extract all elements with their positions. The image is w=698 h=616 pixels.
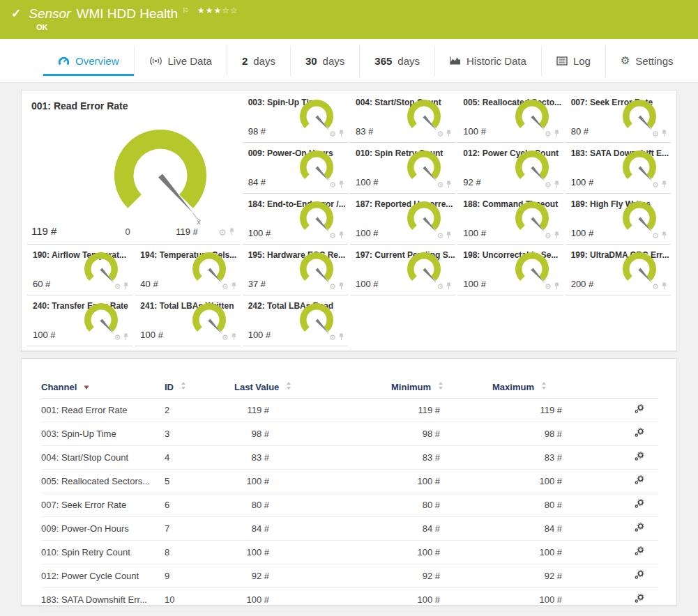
gear-icon[interactable]: ⚙ (218, 228, 227, 237)
pin-icon[interactable] (338, 178, 344, 191)
pin-icon[interactable] (554, 178, 560, 191)
gear-icon[interactable]: ⚙ (652, 130, 659, 138)
gear-icon[interactable]: ⚙ (329, 181, 336, 189)
gear-icon[interactable]: ⚙ (329, 130, 336, 138)
channel-settings-icon[interactable] (635, 475, 644, 487)
gear-icon[interactable]: ⚙ (652, 181, 659, 189)
gear-icon[interactable]: ⚙ (652, 283, 659, 291)
gauge-tile[interactable]: 183: SATA Downshift E... 100 #⚙ (566, 143, 671, 194)
channel-settings-icon[interactable] (635, 594, 644, 606)
channel-settings-icon[interactable] (635, 404, 644, 416)
gauge-tile[interactable]: 003: Spin-Up Time 98 #⚙ (243, 92, 348, 143)
pin-icon[interactable] (446, 128, 452, 140)
channel-settings-icon[interactable] (635, 452, 644, 463)
gear-icon[interactable]: ⚙ (222, 283, 229, 291)
gauge-tile[interactable]: 007: Seek Error Rate 80 #⚙ (566, 92, 671, 143)
priority-stars[interactable]: ★★★☆☆ (197, 6, 238, 15)
gear-icon[interactable]: ⚙ (545, 130, 552, 138)
table-row[interactable]: 009: Power-On Hours784 #84 #84 # (41, 517, 658, 541)
gauge-tile[interactable]: 012: Power Cycle Count 92 #⚙ (457, 143, 563, 194)
tab-30-days[interactable]: 30 days (290, 45, 359, 76)
gauge-tile[interactable]: 004: Start/Stop Count 83 #⚙ (350, 92, 455, 143)
gear-icon[interactable]: ⚙ (329, 334, 336, 341)
tab-settings[interactable]: ⚙ Settings (605, 45, 688, 76)
tab-365-days[interactable]: 365 days (359, 45, 434, 76)
gear-icon[interactable]: ⚙ (545, 232, 552, 240)
pin-icon[interactable] (123, 331, 129, 344)
pin-icon[interactable] (229, 226, 235, 238)
gauge-tile[interactable]: 189: High Fly Writes 100 #⚙ (566, 194, 671, 245)
gear-icon[interactable]: ⚙ (545, 283, 552, 291)
channel-settings-icon[interactable] (635, 428, 644, 440)
gauge-tile[interactable]: 010: Spin Retry Count 100 #⚙ (350, 143, 455, 194)
tab-historic-data[interactable]: Historic Data (434, 45, 541, 76)
gauge-tile[interactable]: 005: Reallocated Secto... 100 #⚙ (457, 92, 563, 143)
col-id[interactable]: ID (165, 376, 234, 399)
table-row[interactable]: 003: Spin-Up Time398 #98 #98 # (41, 422, 658, 446)
pin-icon[interactable] (554, 229, 560, 242)
gear-icon[interactable]: ⚙ (545, 181, 552, 189)
pin-icon[interactable] (446, 280, 452, 293)
col-minimum[interactable]: Minimum (391, 376, 492, 399)
channel-settings-icon[interactable] (635, 570, 644, 582)
gear-icon[interactable]: ⚙ (437, 181, 443, 189)
pin-icon[interactable] (123, 280, 129, 293)
table-row[interactable]: 001: Read Error Rate2119 #119 #119 # (41, 399, 658, 422)
gear-icon[interactable]: ⚙ (114, 283, 121, 291)
pin-icon[interactable] (554, 280, 560, 293)
gauge-tile[interactable]: 190: Airflow Temperat... 60 #⚙ (27, 245, 132, 295)
table-row[interactable]: 007: Seek Error Rate680 #80 #80 # (41, 493, 658, 517)
tab-overview[interactable]: Overview (43, 45, 134, 76)
gauge-tile[interactable]: 009: Power-On Hours 84 #⚙ (243, 143, 348, 194)
channel-settings-icon[interactable] (635, 546, 644, 558)
pin-icon[interactable] (231, 280, 237, 293)
gauge-tile[interactable]: 187: Reported Uncorre... 100 #⚙ (350, 194, 455, 245)
channel-settings-icon[interactable] (635, 499, 644, 511)
pin-icon[interactable] (446, 178, 452, 191)
gauge-tile[interactable]: 197: Current Pending S... 100 #⚙ (350, 245, 455, 295)
pin-icon[interactable] (661, 229, 667, 242)
table-row[interactable]: 005: Reallocated Sectors...5100 #100 #10… (41, 470, 658, 493)
gauge-tile-read-error-rate[interactable]: 001: Read Error Rate x̄ 0 119 # 119 # ⚙ (27, 92, 241, 245)
table-row[interactable]: 012: Power Cycle Count992 #92 #92 # (41, 564, 658, 588)
gauge-tile[interactable]: 199: UltraDMA CRC Err... 200 #⚙ (566, 245, 671, 295)
col-last-value[interactable]: Last Value (234, 376, 391, 399)
gauge-tile[interactable]: 194: Temperature Cels... 40 #⚙ (135, 245, 240, 295)
gauge-tile[interactable]: 242: Total LBAs Read 100 #⚙ (243, 295, 348, 346)
table-row[interactable]: 183: SATA Downshift Err...10100 #100 #10… (41, 588, 658, 612)
gauge-tile[interactable]: 198: Uncorrectable Se... 100 #⚙ (457, 245, 563, 295)
pin-icon[interactable] (661, 128, 667, 140)
tab-live-data[interactable]: Live Data (134, 45, 227, 76)
gauge-tile[interactable]: 240: Transfer Error Rate 100 #⚙ (27, 295, 132, 346)
gauge-tile[interactable]: 188: Command Timeout 100 #⚙ (457, 194, 563, 245)
pin-icon[interactable] (554, 128, 560, 140)
pin-icon[interactable] (338, 229, 344, 242)
pin-icon[interactable] (231, 331, 237, 344)
gauge-tile[interactable]: 241: Total LBAs Written 100 #⚙ (135, 295, 240, 346)
col-maximum[interactable]: Maximum (492, 376, 626, 399)
gauge-tile[interactable]: 184: End-to-End error /... 100 #⚙ (243, 194, 348, 245)
table-row[interactable]: 004: Start/Stop Count483 #83 #83 # (41, 446, 658, 470)
col-channel[interactable]: Channel (41, 376, 165, 399)
gear-icon[interactable]: ⚙ (437, 232, 443, 240)
gauge-tile[interactable]: 195: Hardware ECC Re... 37 #⚙ (243, 245, 348, 295)
table-row[interactable]: 184: End-to-End error / IO...11100 #100 … (41, 612, 658, 616)
pin-icon[interactable] (338, 331, 344, 344)
flag-icon[interactable]: ⚐ (182, 6, 189, 15)
gear-icon[interactable]: ⚙ (329, 283, 336, 291)
pin-icon[interactable] (338, 280, 344, 293)
gear-icon[interactable]: ⚙ (222, 334, 229, 341)
gear-icon[interactable]: ⚙ (437, 283, 443, 291)
pin-icon[interactable] (338, 128, 344, 140)
gear-icon[interactable]: ⚙ (437, 130, 443, 138)
table-row[interactable]: 010: Spin Retry Count8100 #100 #100 # (41, 541, 658, 564)
gear-icon[interactable]: ⚙ (114, 334, 121, 341)
tab-log[interactable]: Log (541, 45, 605, 76)
tab-2-days[interactable]: 2 days (227, 45, 290, 76)
gear-icon[interactable]: ⚙ (329, 232, 336, 240)
channel-settings-icon[interactable] (635, 523, 644, 534)
gear-icon[interactable]: ⚙ (652, 232, 659, 240)
pin-icon[interactable] (446, 229, 452, 242)
pin-icon[interactable] (661, 280, 667, 293)
pin-icon[interactable] (661, 178, 667, 191)
